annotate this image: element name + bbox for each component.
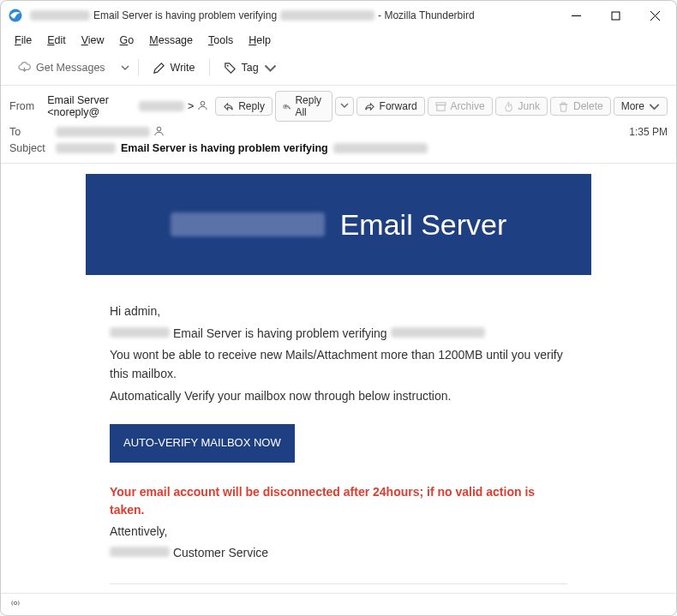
get-messages-button[interactable]: Get Messages [9, 57, 114, 79]
reply-icon [223, 101, 234, 112]
redacted-text [56, 127, 150, 137]
subject-bold: Email Server is having problem verifying [121, 142, 328, 154]
svg-rect-8 [436, 105, 444, 110]
reply-all-button[interactable]: Reply All [275, 91, 333, 122]
tag-icon [224, 62, 237, 75]
window-title: Email Server is having problem verifying… [30, 9, 556, 21]
contact-icon[interactable] [197, 99, 208, 113]
chevron-down-icon [264, 62, 277, 75]
svg-point-6 [201, 101, 205, 105]
banner-title: Email Server [340, 208, 507, 242]
more-button[interactable]: More [614, 97, 668, 116]
title-text-part: Email Server is having problem verifying [93, 9, 277, 21]
main-toolbar: Get Messages Write Tag [1, 51, 676, 86]
separator [138, 59, 139, 76]
title-bar: Email Server is having problem verifying… [1, 1, 676, 30]
redacted-text [280, 10, 374, 21]
menu-file[interactable]: File [8, 33, 39, 48]
tag-label: Tag [242, 62, 259, 74]
app-window: Email Server is having problem verifying… [0, 0, 677, 616]
contact-icon[interactable] [153, 125, 165, 139]
redacted-text [139, 101, 184, 111]
menu-go[interactable]: Go [113, 33, 141, 48]
trash-icon [558, 101, 569, 112]
redacted-text [171, 212, 325, 236]
body-line-2: You wont be able to receive new Mails/At… [110, 346, 567, 383]
write-label: Write [171, 62, 195, 74]
subject-label: Subject [9, 142, 49, 154]
get-messages-dropdown[interactable] [117, 56, 133, 80]
message-body-pane[interactable]: Email Server Hi admin, Email Server is h… [1, 164, 676, 593]
separator [209, 59, 210, 76]
menu-bar: File Edit View Go Message Tools Help [1, 30, 676, 51]
close-button[interactable] [635, 2, 674, 29]
redacted-text [110, 547, 170, 557]
redacted-text [110, 327, 170, 338]
menu-tools[interactable]: Tools [201, 33, 240, 48]
minimize-button[interactable] [556, 2, 596, 29]
reply-all-icon [283, 101, 291, 112]
flame-icon [503, 101, 514, 112]
redacted-text [56, 143, 116, 153]
archive-button[interactable]: Archive [428, 97, 493, 116]
svg-rect-2 [612, 12, 620, 20]
redacted-text [391, 327, 485, 338]
menu-view[interactable]: View [75, 33, 111, 48]
from-label: From [9, 100, 40, 112]
svg-point-10 [14, 601, 17, 605]
title-text-suffix: - Mozilla Thunderbird [378, 9, 475, 21]
status-bar [1, 593, 676, 615]
email-banner: Email Server [86, 174, 591, 275]
maximize-button[interactable] [596, 2, 635, 29]
auto-verify-button[interactable]: AUTO-VERIFY MAILBOX NOW [110, 424, 295, 462]
redacted-text [30, 10, 90, 21]
write-button[interactable]: Write [144, 57, 204, 79]
forward-icon [364, 101, 375, 112]
delete-button[interactable]: Delete [550, 97, 611, 116]
chevron-down-icon [649, 101, 660, 112]
redacted-text [333, 143, 428, 153]
greeting: Hi admin, [110, 302, 567, 321]
archive-icon [435, 101, 446, 112]
to-label: To [9, 126, 49, 138]
email-content: Email Server Hi admin, Email Server is h… [86, 174, 591, 593]
menu-message[interactable]: Message [142, 33, 200, 48]
to-value [56, 125, 165, 139]
divider [110, 583, 567, 584]
reply-button[interactable]: Reply [215, 97, 273, 116]
reply-dropdown[interactable] [335, 97, 354, 116]
body-line-3: Automatically Verify your mailbox now th… [110, 387, 567, 406]
menu-edit[interactable]: Edit [40, 33, 73, 48]
signature-line-1: Attentively, [110, 523, 567, 541]
message-header: From Email Server <noreply@> Reply Reply… [1, 86, 676, 164]
cloud-download-icon [18, 62, 31, 75]
menu-help[interactable]: Help [242, 33, 278, 48]
svg-point-9 [157, 127, 161, 131]
tag-button[interactable]: Tag [215, 57, 285, 79]
window-controls [556, 2, 674, 29]
body-line-1: Email Server is having problem verifying [110, 325, 567, 344]
forward-button[interactable]: Forward [356, 97, 425, 116]
connection-status-icon[interactable] [9, 597, 21, 613]
email-body-text: Hi admin, Email Server is having problem… [86, 275, 591, 593]
chevron-down-icon [340, 101, 349, 110]
from-value: Email Server <noreply@> [47, 94, 208, 118]
subject-value: Email Server is having problem verifying [56, 142, 428, 154]
chevron-down-icon [121, 63, 129, 72]
signature-line-2: Customer Service [110, 544, 567, 563]
warning-text: Your email account will be disconnected … [110, 483, 567, 519]
junk-button[interactable]: Junk [495, 97, 548, 116]
pencil-icon [153, 62, 165, 75]
thunderbird-icon [8, 8, 23, 23]
svg-point-5 [226, 64, 228, 66]
message-time: 1:35 PM [629, 126, 668, 138]
get-messages-label: Get Messages [36, 62, 105, 74]
message-actions: Reply Reply All Forward Archive Junk Del… [215, 91, 668, 122]
